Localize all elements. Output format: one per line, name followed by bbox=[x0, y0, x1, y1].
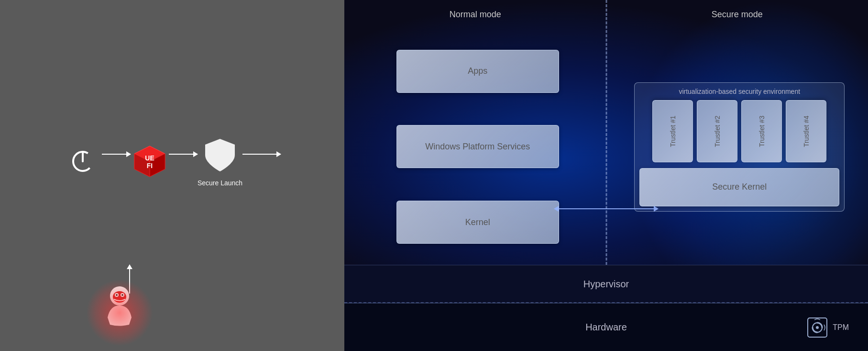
uefi-item: UE FI bbox=[131, 142, 169, 181]
svg-text:UE: UE bbox=[145, 154, 154, 162]
tpm-icon bbox=[806, 316, 829, 339]
trustlet-4: Trustlet #4 bbox=[786, 100, 826, 162]
arrowhead-right bbox=[654, 206, 659, 212]
tpm-badge: TPM bbox=[806, 316, 849, 339]
vbs-label: virtualization-based security environmen… bbox=[639, 88, 839, 95]
power-icon-container bbox=[64, 142, 102, 181]
secure-column: virtualization-based security environmen… bbox=[611, 29, 868, 265]
hypervisor-bar: Hypervisor bbox=[344, 265, 868, 303]
power-item bbox=[64, 142, 102, 181]
hypervisor-label: Hypervisor bbox=[583, 279, 629, 290]
apps-label: Apps bbox=[468, 66, 487, 76]
shield-item: Secure Launch bbox=[198, 136, 242, 187]
hardware-bar: Hardware TPM bbox=[344, 303, 868, 351]
svg-point-16 bbox=[816, 326, 819, 329]
svg-text:FI: FI bbox=[147, 162, 153, 170]
power-icon bbox=[67, 146, 98, 177]
trustlet-2: Trustlet #2 bbox=[697, 100, 737, 162]
uefi-cube: UE FI bbox=[131, 142, 169, 181]
shield-icon bbox=[203, 137, 237, 173]
trustlet-3: Trustlet #3 bbox=[741, 100, 782, 162]
trustlets-row: Trustlet #1 Trustlet #2 Trustlet #3 Trus… bbox=[639, 100, 839, 162]
secure-kernel-box: Secure Kernel bbox=[639, 168, 839, 206]
vbs-container: virtualization-based security environmen… bbox=[634, 82, 845, 212]
diagram-area: Apps Windows Platform Services Kernel vi… bbox=[344, 29, 868, 265]
kernel-secure-kernel-arrow bbox=[554, 206, 659, 212]
attacker-glow bbox=[86, 279, 153, 346]
shield-icon-container bbox=[201, 136, 239, 174]
uefi-icon: UE FI bbox=[131, 142, 169, 181]
arrow-2 bbox=[169, 154, 198, 155]
left-panel: UE FI Secure Launch bbox=[0, 0, 344, 351]
normal-column: Apps Windows Platform Services Kernel bbox=[344, 29, 611, 265]
secure-mode-label: Secure mode bbox=[626, 10, 849, 20]
trustlet-1: Trustlet #1 bbox=[652, 100, 693, 162]
windows-platform-services-box: Windows Platform Services bbox=[396, 125, 559, 168]
hardware-label: Hardware bbox=[585, 322, 627, 333]
windows-platform-services-label: Windows Platform Services bbox=[425, 142, 530, 152]
arrowhead-left bbox=[554, 206, 559, 212]
kernel-box: Kernel bbox=[396, 201, 559, 244]
secure-kernel-label: Secure Kernel bbox=[712, 182, 767, 192]
kernel-label: Kernel bbox=[465, 217, 490, 227]
tpm-label: TPM bbox=[833, 323, 849, 332]
arrow-1 bbox=[102, 154, 131, 155]
arrow-line bbox=[559, 208, 654, 209]
attacker-figure bbox=[96, 279, 143, 337]
right-panel: Normal mode Secure mode Apps Windows Pla… bbox=[344, 0, 868, 351]
normal-mode-label: Normal mode bbox=[363, 10, 626, 20]
secure-launch-label: Secure Launch bbox=[198, 179, 242, 187]
apps-box: Apps bbox=[396, 50, 559, 93]
boot-flow: UE FI Secure Launch bbox=[64, 136, 281, 187]
arrow-3 bbox=[242, 154, 281, 155]
